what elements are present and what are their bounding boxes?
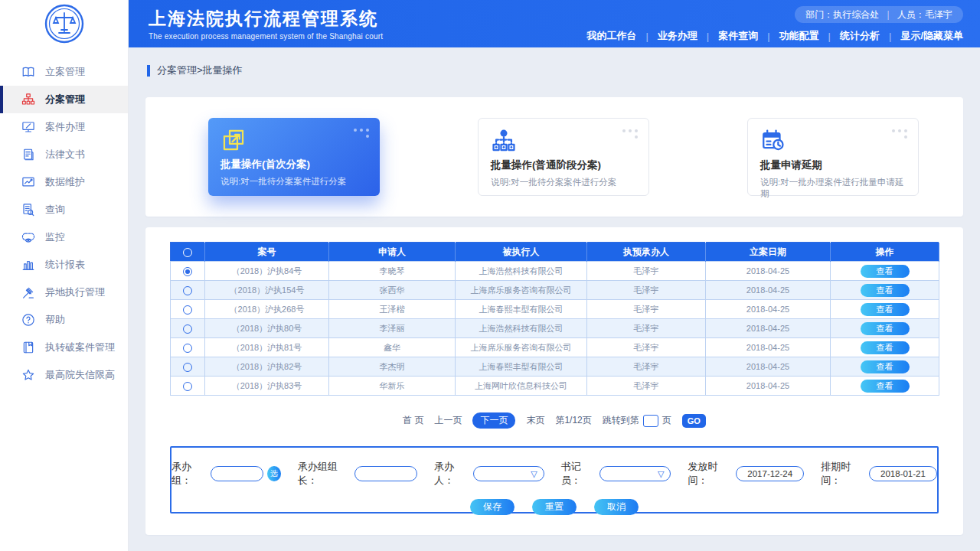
- group-leader-field: 承办组组长：: [298, 460, 417, 487]
- table-row: （2018）沪执80号李泽丽上海浩然科技有限公司毛泽宇2018-04-25查看: [171, 319, 939, 338]
- row-radio[interactable]: [183, 363, 192, 372]
- department-value: 执行综合处: [833, 8, 879, 21]
- nav-item-4[interactable]: 功能配置: [779, 29, 819, 43]
- nav-item-5[interactable]: 统计分析: [840, 29, 880, 43]
- batch-card-2[interactable]: 批量操作(普通阶段分案)说明:对一批待分案案件进行分案: [478, 118, 649, 196]
- court-emblem-logo: [0, 0, 128, 47]
- nav-item-1[interactable]: 我的工作台: [586, 29, 636, 43]
- more-dots-icon: [351, 129, 369, 138]
- applicant-cell: 张西华: [329, 281, 456, 300]
- filing-date-cell: 2018-04-25: [706, 357, 831, 377]
- case-no-cell: （2018）沪执81号: [205, 338, 329, 357]
- respondent-cell: 上海网叶欣信息科技公司: [456, 377, 587, 396]
- card-description: 说明:对一批办理案件进行批量申请延期: [760, 177, 906, 200]
- batch-card-1[interactable]: 批量操作(首次分案)说明:对一批待分案案件进行分案: [208, 118, 380, 196]
- applicant-cell: 王泽楷: [329, 300, 456, 319]
- go-button[interactable]: GO: [682, 414, 706, 428]
- sidebar-item-label: 分案管理: [45, 93, 85, 106]
- monitor-eye-icon: [21, 230, 35, 244]
- app-subtitle: The execution process management system …: [149, 32, 383, 41]
- sidebar-item-10[interactable]: 帮助: [0, 306, 128, 334]
- pagination-next[interactable]: 下一页: [472, 412, 515, 429]
- export-icon: [220, 127, 248, 153]
- sidebar-item-label: 异地执行管理: [45, 285, 105, 299]
- sidebar-item-2[interactable]: 分案管理: [0, 86, 128, 113]
- undertaker-select[interactable]: ▽: [473, 466, 544, 481]
- row-radio[interactable]: [183, 267, 192, 276]
- document-icon: [21, 148, 35, 161]
- view-button[interactable]: 查看: [861, 284, 910, 297]
- view-button[interactable]: 查看: [861, 265, 910, 278]
- applicant-cell: 李晓琴: [329, 262, 456, 281]
- pick-group-button[interactable]: 选: [267, 466, 281, 481]
- undertaker-cell: 毛泽宇: [587, 377, 706, 396]
- row-radio[interactable]: [183, 344, 192, 353]
- view-button[interactable]: 查看: [861, 341, 910, 354]
- filing-date-cell: 2018-04-25: [706, 281, 831, 300]
- batch-card-3[interactable]: 批量申请延期说明:对一批办理案件进行批量申请延期: [747, 118, 919, 196]
- undertaker-cell: 毛泽宇: [587, 319, 706, 338]
- column-header-3: 被执行人: [456, 243, 587, 262]
- sidebar-item-1[interactable]: 立案管理: [0, 58, 128, 86]
- view-button[interactable]: 查看: [861, 380, 910, 393]
- breadcrumb: 分案管理>批量操作: [147, 64, 980, 77]
- jump-suffix: 页: [662, 414, 671, 427]
- clerk-select[interactable]: ▽: [599, 466, 671, 481]
- nav-separator: |: [707, 31, 709, 42]
- column-header-1: 案号: [205, 243, 329, 262]
- cancel-button[interactable]: 取消: [594, 499, 639, 515]
- group-leader-label: 承办组组长：: [298, 460, 351, 487]
- sidebar-item-6[interactable]: 查询: [0, 196, 128, 223]
- row-radio[interactable]: [183, 286, 192, 295]
- sidebar-item-11[interactable]: 执转破案件管理: [0, 334, 128, 361]
- table-row: （2018）沪执268号王泽楷上海春熙丰型有限公司毛泽宇2018-04-25查看: [171, 300, 939, 319]
- nav-separator: |: [645, 31, 648, 42]
- undertaker-cell: 毛泽宇: [587, 262, 706, 281]
- respondent-cell: 上海春熙丰型有限公司: [456, 357, 587, 377]
- row-radio[interactable]: [183, 324, 192, 334]
- case-no-cell: （2018）沪执154号: [205, 281, 329, 300]
- pagination-last[interactable]: 末页: [526, 414, 544, 427]
- view-button[interactable]: 查看: [861, 322, 910, 335]
- select-all-radio[interactable]: [183, 248, 192, 257]
- sitemap-icon: [21, 93, 35, 106]
- sidebar-item-label: 案件办理: [45, 120, 85, 134]
- group-leader-input[interactable]: [354, 466, 417, 481]
- monitor-icon: [21, 120, 35, 134]
- reset-button[interactable]: 重置: [532, 499, 577, 515]
- sidebar-item-4[interactable]: 法律文书: [0, 141, 128, 168]
- nav-item-6[interactable]: 显示/隐藏菜单: [900, 29, 963, 43]
- sidebar-item-5[interactable]: 数据维护: [0, 168, 128, 196]
- applicant-cell: 华新乐: [329, 377, 456, 396]
- case-no-cell: （2018）沪执268号: [205, 300, 329, 319]
- schedule-time-input[interactable]: 2018-01-21: [869, 466, 937, 481]
- issue-time-input[interactable]: 2017-12-24: [736, 466, 804, 481]
- save-button[interactable]: 保存: [470, 499, 514, 515]
- respondent-cell: 上海席乐服务咨询有限公司: [456, 281, 587, 300]
- row-radio[interactable]: [183, 382, 192, 391]
- sidebar-item-12[interactable]: 最高院失信限高: [0, 361, 128, 389]
- undertaker-field: 承办人： ▽: [434, 460, 544, 487]
- view-button[interactable]: 查看: [861, 360, 910, 373]
- group-input[interactable]: [211, 466, 263, 481]
- nav-item-3[interactable]: 案件查询: [718, 29, 758, 43]
- jump-page-input[interactable]: [643, 415, 658, 427]
- nav-item-2[interactable]: 业务办理: [658, 29, 697, 43]
- pagination-prev[interactable]: 上一页: [434, 414, 462, 427]
- person-value: 毛泽宇: [925, 8, 952, 21]
- sidebar-item-3[interactable]: 案件办理: [0, 113, 128, 141]
- row-radio[interactable]: [183, 305, 192, 315]
- card-title: 批量申请延期: [760, 158, 906, 172]
- respondent-cell: 上海春熙丰型有限公司: [456, 300, 587, 319]
- pagination-first[interactable]: 首 页: [403, 414, 423, 427]
- view-button[interactable]: 查看: [861, 303, 910, 316]
- column-header-5: 立案日期: [706, 243, 831, 262]
- sidebar-item-8[interactable]: 统计报表: [0, 251, 128, 279]
- sidebar-item-7[interactable]: 监控: [0, 223, 128, 251]
- case-table: 案号申请人被执行人执预承办人立案日期操作 （2018）沪执84号李晓琴上海浩然科…: [170, 242, 939, 396]
- respondent-cell: 上海浩然科技有限公司: [456, 319, 587, 338]
- column-header-2: 申请人: [329, 243, 456, 262]
- sidebar-item-9[interactable]: 异地执行管理: [0, 279, 128, 306]
- select-all-header[interactable]: [171, 243, 205, 262]
- chevron-down-icon: ▽: [531, 469, 537, 479]
